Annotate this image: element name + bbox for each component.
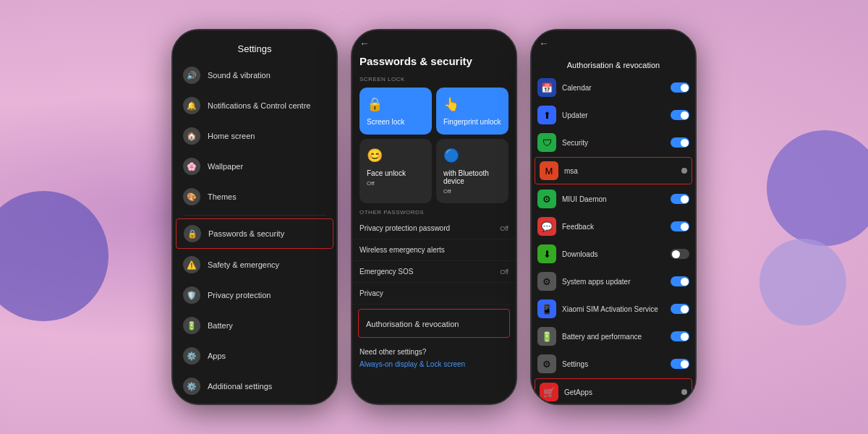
settings-item-wallpaper[interactable]: 🌸Wallpaper — [173, 151, 336, 182]
auth-item-label: msa — [564, 167, 676, 175]
lock-grid: 🔒 Screen lock 👆 Fingerprint unlock 😊 Fac… — [352, 85, 516, 206]
passwords-item-emergency-sos[interactable]: Emergency SOSOff — [352, 261, 516, 283]
passwords-item-value: Off — [500, 268, 509, 276]
settings-item-digital-wellbeing--parental-controls[interactable]: 🌿Digital Wellbeing & parental controls — [173, 401, 336, 404]
settings-item-main-label: Passwords & security — [208, 229, 284, 238]
settings-item-home-screen[interactable]: 🏠Home screen — [173, 121, 336, 151]
decorative-blob-left — [0, 191, 109, 321]
settings-item-main-label: Apps — [208, 352, 226, 360]
auth-item-toggle[interactable] — [671, 82, 689, 93]
bluetooth-label: with Bluetooth device — [443, 169, 501, 185]
settings-divider — [183, 215, 326, 216]
settings-item-passwords--security[interactable]: 🔒Passwords & security — [176, 218, 333, 249]
settings-item-label: Themes — [208, 192, 237, 201]
auth-item-toggle[interactable] — [671, 110, 689, 120]
passwords-item-wireless-emergency-alerts[interactable]: Wireless emergency alerts — [352, 239, 516, 261]
decorative-blob-right2 — [760, 239, 846, 326]
auth-item-icon: 🔋 — [537, 327, 556, 346]
auth-item-updater[interactable]: ⬆Updater — [532, 101, 695, 129]
auth-item-downloads[interactable]: ⬇Downloads — [532, 240, 695, 268]
need-settings-text: Need other settings? — [352, 342, 516, 359]
auth-item-icon: 📱 — [537, 299, 556, 318]
auth-item-feedback[interactable]: 💬Feedback — [532, 213, 695, 240]
auth-item-icon: ⬇ — [537, 244, 556, 263]
back-button-p3[interactable]: ← — [532, 30, 695, 52]
auth-item-icon: M — [540, 161, 558, 180]
settings-item-themes[interactable]: 🎨Themes — [173, 182, 336, 212]
settings-item-label: Privacy protection — [208, 291, 271, 299]
auth-item-calendar[interactable]: 📅Calendar — [532, 74, 695, 101]
auth-item-label: Feedback — [562, 223, 665, 231]
auth-revoke-item[interactable]: Authorisation & revocation — [358, 309, 510, 338]
settings-title: Settings — [173, 30, 336, 60]
fingerprint-icon: 👆 — [443, 96, 459, 112]
settings-item-label: Passwords & security — [208, 229, 284, 238]
settings-item-label: Apps — [208, 352, 226, 360]
settings-item-icon: ⚠️ — [183, 256, 200, 273]
auth-item-toggle[interactable] — [671, 331, 689, 341]
face-unlock-sub: Off — [367, 180, 375, 187]
bluetooth-card[interactable]: 🔵 with Bluetooth device Off — [436, 139, 509, 203]
auth-item-toggle[interactable] — [671, 249, 689, 259]
bluetooth-icon: 🔵 — [443, 148, 459, 163]
auth-item-toggle[interactable] — [671, 194, 689, 204]
auth-item-icon: ⚙ — [537, 190, 556, 208]
screen-lock-card[interactable]: 🔒 Screen lock — [359, 88, 432, 135]
auth-item-getapps[interactable]: 🛒GetApps — [535, 378, 692, 404]
auth-item-label: GetApps — [564, 388, 676, 396]
settings-screen: Settings 🔊Sound & vibration🔔Notification… — [173, 30, 336, 404]
phone-settings: Settings 🔊Sound & vibration🔔Notification… — [171, 29, 338, 405]
settings-item-privacy-protection[interactable]: 🛡️Privacy protection — [173, 280, 336, 310]
auth-item-toggle-dot — [681, 389, 687, 395]
settings-item-label: Safety & emergency — [208, 260, 279, 269]
fingerprint-card[interactable]: 👆 Fingerprint unlock — [436, 88, 509, 135]
auth-item-security[interactable]: 🛡Security — [532, 129, 695, 156]
auth-item-toggle[interactable] — [671, 221, 689, 231]
auth-item-label: MIUI Daemon — [562, 195, 665, 203]
auth-item-toggle[interactable] — [671, 137, 689, 148]
auth-item-xiaomi-sim-activation-service[interactable]: 📱Xiaomi SIM Activation Service — [532, 295, 695, 323]
auth-title: Authorisation & revocation — [532, 52, 695, 74]
passwords-item-privacy[interactable]: Privacy — [352, 283, 516, 305]
settings-item-main-label: Home screen — [208, 132, 255, 140]
settings-item-additional-settings[interactable]: ⚙️Additional settings — [173, 371, 336, 401]
face-unlock-label: Face unlock — [367, 169, 406, 177]
settings-item-notifications--control-centre[interactable]: 🔔Notifications & Control centre — [173, 90, 336, 121]
settings-item-icon: 🔔 — [183, 97, 200, 114]
auth-item-icon: 🛡 — [537, 133, 556, 152]
settings-item-main-label: Themes — [208, 192, 237, 201]
auth-item-toggle[interactable] — [671, 304, 689, 314]
auth-item-label: Settings — [562, 360, 665, 368]
settings-item-main-label: Wallpaper — [208, 162, 243, 171]
passwords-item-privacy-protection-password[interactable]: Privacy protection passwordOff — [352, 218, 516, 239]
auth-item-settings[interactable]: ⚙Settings — [532, 350, 695, 378]
back-button-p2[interactable]: ← — [352, 30, 516, 52]
auth-item-toggle[interactable] — [671, 359, 689, 369]
auth-item-icon: ⚙ — [537, 354, 556, 373]
settings-item-battery[interactable]: 🔋Battery — [173, 310, 336, 341]
auth-item-icon: ⚙ — [537, 272, 556, 291]
auth-item-toggle[interactable] — [671, 276, 689, 286]
auth-screen: ← Authorisation & revocation 📅Calendar⬆U… — [532, 30, 695, 404]
auth-item-label: Security — [562, 139, 665, 147]
auth-item-battery-and-performance[interactable]: 🔋Battery and performance — [532, 323, 695, 350]
auth-item-msa[interactable]: Mmsa — [535, 157, 692, 184]
always-on-link[interactable]: Always-on display & Lock screen — [352, 359, 516, 370]
auth-item-miui-daemon[interactable]: ⚙MIUI Daemon — [532, 185, 695, 213]
decorative-blob-right — [767, 130, 868, 246]
settings-item-apps[interactable]: ⚙️Apps — [173, 341, 336, 371]
settings-item-icon: 🌸 — [183, 158, 200, 175]
auth-item-system-apps-updater[interactable]: ⚙System apps updater — [532, 268, 695, 295]
passwords-title: Passwords & security — [352, 52, 516, 73]
settings-item-main-label: Battery — [208, 321, 233, 330]
phone-auth: ← Authorisation & revocation 📅Calendar⬆U… — [530, 29, 697, 405]
settings-item-sound--vibration[interactable]: 🔊Sound & vibration — [173, 60, 336, 90]
settings-item-icon: ⚙️ — [183, 378, 200, 395]
face-unlock-card[interactable]: 😊 Face unlock Off — [359, 139, 432, 203]
auth-item-label: Battery and performance — [562, 333, 665, 341]
settings-list: 🔊Sound & vibration🔔Notifications & Contr… — [173, 60, 336, 404]
auth-items-list: 📅Calendar⬆Updater🛡SecurityMmsa⚙MIUI Daem… — [532, 74, 695, 404]
settings-item-safety--emergency[interactable]: ⚠️Safety & emergency — [173, 250, 336, 280]
settings-item-icon: 🔒 — [184, 225, 201, 242]
settings-item-label: Additional settings — [208, 382, 272, 391]
